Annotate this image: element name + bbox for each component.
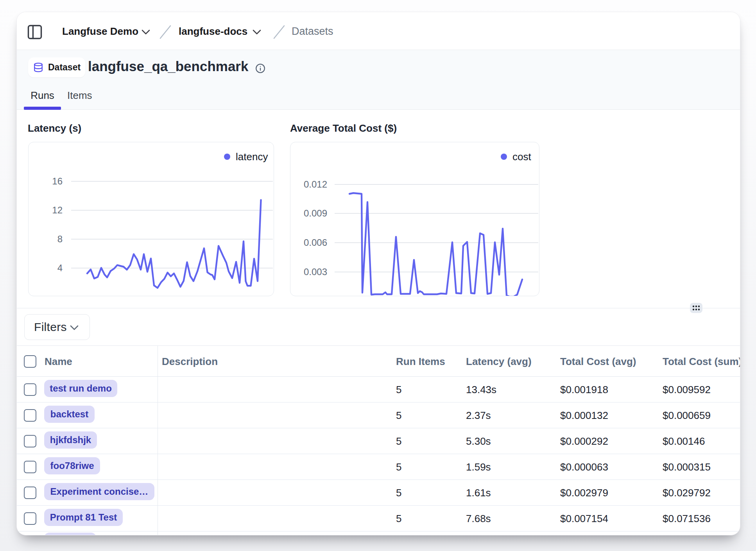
svg-text:0.003: 0.003	[304, 267, 327, 277]
svg-text:0.006: 0.006	[304, 237, 327, 248]
svg-text:16: 16	[52, 176, 63, 186]
svg-text:0.012: 0.012	[304, 179, 327, 190]
svg-text:0.009: 0.009	[304, 208, 327, 218]
svg-text:latency: latency	[236, 151, 268, 163]
svg-text:4: 4	[57, 263, 63, 273]
svg-text:8: 8	[57, 234, 63, 244]
svg-text:12: 12	[52, 205, 63, 215]
svg-text:cost: cost	[512, 151, 531, 163]
